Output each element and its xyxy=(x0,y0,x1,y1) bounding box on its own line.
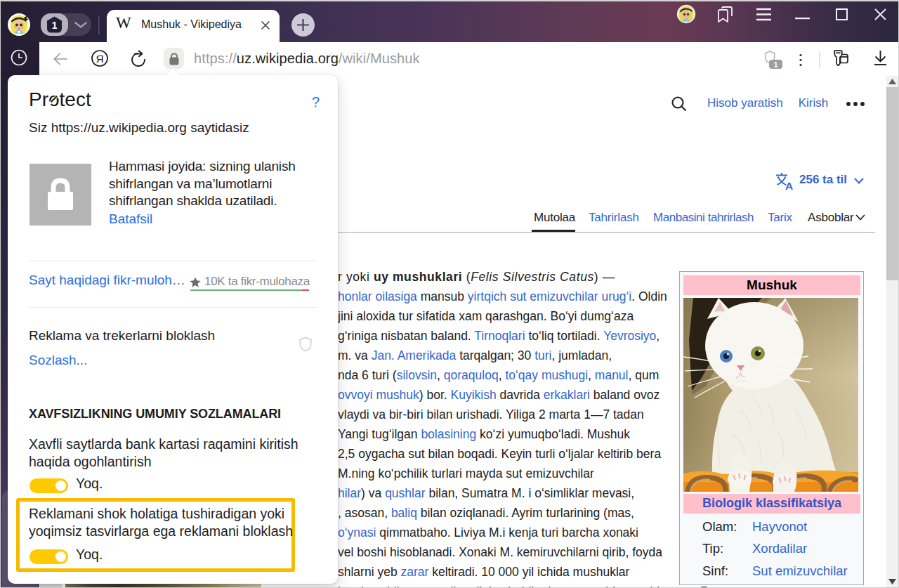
svg-text:1: 1 xyxy=(52,20,58,31)
svg-text:A: A xyxy=(785,180,793,191)
svg-text:Я: Я xyxy=(96,53,103,65)
svg-text:1: 1 xyxy=(773,60,777,69)
